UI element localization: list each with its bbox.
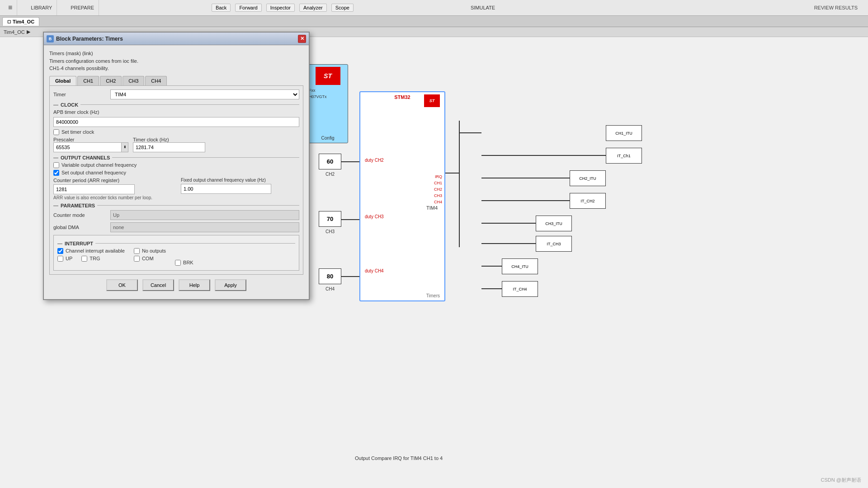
apb-label: APB timer clock (Hz) (53, 109, 108, 115)
com-checkbox[interactable] (134, 256, 140, 262)
channel-interrupt-checkbox[interactable] (57, 248, 63, 254)
cancel-button[interactable]: Cancel (142, 279, 174, 291)
stm32-logo: ST (424, 94, 440, 107)
tab-name: Tim4_OC (13, 19, 34, 24)
input-label-ch2: CH2 (319, 172, 341, 177)
interrupt-header: — INTERRUPT (57, 241, 295, 246)
conn-r6 (481, 243, 536, 244)
simulate-label: SIMULATE (471, 5, 495, 10)
trg-row: TRG (81, 256, 100, 262)
dialog-description: Timers (mask) (link) Timers configuratio… (49, 50, 303, 72)
up-checkbox[interactable] (57, 256, 63, 262)
ch3-itu-block: CH3_ITU (536, 216, 572, 231)
prescaler-row: Prescaler ⬍ Timer clock (Hz) (53, 137, 299, 152)
trg-checkbox[interactable] (81, 256, 87, 262)
tab-ch3[interactable]: CH3 (123, 76, 144, 85)
counter-mode-label: Counter mode (53, 212, 108, 218)
breadcrumb-path: Tim4_OC (4, 29, 25, 35)
input-block-ch4: 80 (319, 268, 341, 284)
com-row: COM (134, 256, 166, 262)
apply-button[interactable]: Apply (215, 279, 246, 291)
scope-button[interactable]: Scope (331, 4, 354, 12)
conn-r5 (481, 223, 536, 224)
conn-r7 (481, 266, 502, 267)
ok-button[interactable]: OK (106, 279, 138, 291)
tab-ch2[interactable]: CH2 (100, 76, 122, 85)
variable-freq-checkbox[interactable] (53, 162, 59, 168)
prescaler-label: Prescaler (53, 137, 128, 142)
prescaler-input[interactable] (53, 142, 121, 152)
back-button[interactable]: Back (212, 4, 231, 12)
dialog-close-button[interactable]: ✕ (298, 35, 306, 43)
counter-period-label: Counter period (ARR register) (53, 178, 172, 183)
config-label: Config (308, 136, 348, 141)
tab-ch1[interactable]: CH1 (77, 76, 99, 85)
global-dma-row: global DMA (53, 222, 299, 232)
conn-r8 (481, 288, 502, 289)
global-dma-input (110, 222, 299, 232)
parameters-header: — PARAMETERS (53, 203, 299, 208)
breadcrumb-arrow: ▶ (27, 29, 30, 35)
dialog-title: Block Parameters: Timers (56, 36, 123, 42)
no-outputs-checkbox[interactable] (134, 248, 140, 254)
counter-mode-row: Counter mode (53, 210, 299, 220)
forward-button[interactable]: Forward (235, 4, 261, 12)
connector-ch2-h (341, 161, 359, 162)
config-logo: ST (316, 67, 340, 85)
tim4-label: TIM4 (426, 205, 438, 211)
arr-note: ARR value is also encoder ticks number p… (53, 195, 299, 200)
output-channels-header: — OUTPUT CHANNELS (53, 155, 299, 160)
toolbar-simulate[interactable]: SIMULATE (466, 0, 500, 15)
duty-ch2-label: duty CH2 (365, 158, 384, 163)
set-timer-clock-checkbox[interactable] (53, 129, 59, 135)
connector-out-v (459, 121, 460, 247)
apb-input[interactable] (53, 117, 299, 127)
timer-select[interactable]: TIM4 (110, 89, 299, 99)
brk-checkbox[interactable] (175, 260, 181, 266)
analyzer-button[interactable]: Analyzer (299, 4, 327, 12)
config-block[interactable]: ST Fxx H07VGTx Config (307, 64, 348, 143)
stm32-block: ST STM32 duty CH2 duty CH3 duty CH4 TIM4… (359, 91, 445, 301)
prescaler-spin[interactable]: ⬍ (121, 142, 128, 152)
tab-global[interactable]: Global (49, 76, 76, 85)
tab-tim4oc[interactable]: ◻ Tim4_OC (2, 17, 39, 26)
help-button[interactable]: Help (179, 279, 210, 291)
timers-footer: Timers (426, 293, 440, 298)
block-parameters-dialog: B Block Parameters: Timers ✕ Timers (mas… (43, 32, 310, 300)
timer-clock-label: Timer clock (Hz) (133, 137, 205, 142)
interrupt-box: — INTERRUPT Channel interrupt available (53, 235, 299, 271)
apb-input-row (53, 117, 299, 127)
inspector-button[interactable]: Inspector (266, 4, 295, 12)
toolbar-prepare[interactable]: PREPARE (66, 0, 99, 15)
input-label-ch4: CH4 (319, 286, 341, 291)
library-label: LIBRARY (31, 5, 52, 10)
config-h07vgtx: H07VGTx (308, 94, 348, 100)
counter-freq-row: Counter period (ARR register) Fixed outp… (53, 178, 299, 194)
brk-row: BRK (175, 260, 193, 266)
toolbar: ≡ LIBRARY PREPARE Back Forward Inspector… (0, 0, 868, 16)
fixed-freq-input[interactable] (181, 184, 271, 194)
dialog-title-bar: B Block Parameters: Timers ✕ (44, 33, 309, 45)
duty-ch3-label: duty CH3 (365, 214, 384, 219)
channel-interrupt-row: Channel interrupt available (57, 248, 125, 254)
tab-ch4[interactable]: CH4 (145, 76, 167, 85)
conn-r1 (459, 132, 481, 133)
irq-labels: IRQ CH1 CH2 CH3 CH4 (434, 174, 442, 205)
toolbar-library[interactable]: LIBRARY (26, 0, 57, 15)
counter-period-input[interactable] (53, 184, 135, 194)
set-timer-clock-row: Set timer clock (53, 129, 299, 135)
diagram-caption: Output Compare IRQ for TIM4 CH1 to 4 (355, 455, 443, 461)
ch1-itu-block: CH1_ITU (606, 125, 642, 141)
set-freq-checkbox[interactable] (53, 170, 59, 176)
it-ch4-block: IT_CH4 (502, 281, 538, 297)
conn-r4 (481, 200, 570, 201)
timer-label: Timer (53, 92, 108, 97)
clock-section-header: — CLOCK (53, 102, 299, 108)
config-fxx: Fxx (308, 87, 348, 94)
conn-r3 (481, 178, 570, 178)
timer-clock-input[interactable] (133, 142, 205, 152)
apb-row: APB timer clock (Hz) (53, 109, 299, 115)
counter-mode-input (110, 210, 299, 220)
ch4-itu-block: CH4_ITU (502, 258, 538, 274)
global-dma-label: global DMA (53, 225, 108, 230)
